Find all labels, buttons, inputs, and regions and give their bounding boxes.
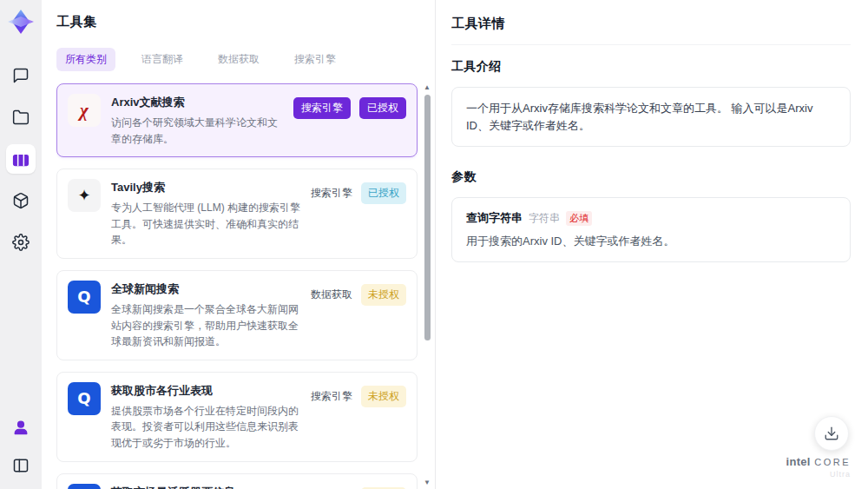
detail-panel-title: 工具详情 (451, 16, 851, 32)
tavily-star-icon: ✦ (68, 179, 101, 212)
brand-ultra: Ultra (786, 470, 851, 479)
auth-status-badge: 已授权 (359, 97, 406, 119)
app-window: 工具集 所有类别 语言翻译 数据获取 搜索引擎 χ Arxiv文献搜索 访问各个… (0, 0, 868, 489)
chat-icon (12, 67, 30, 84)
brand-core: CORE (814, 457, 851, 467)
tool-description: 提供股票市场各个行业在特定时间段内的表现。投资者可以利用这些信息来识别表现优于或… (111, 403, 300, 452)
brand-intel: intel (786, 455, 811, 468)
tool-title: Tavily搜索 (111, 180, 300, 195)
nav-models-button[interactable] (6, 186, 36, 215)
page-title: 工具集 (56, 14, 435, 30)
auth-status-badge: 未授权 (361, 284, 406, 306)
tab-data-acquisition[interactable]: 数据获取 (209, 48, 268, 71)
auth-status-badge: 未授权 (361, 386, 406, 407)
download-icon (824, 426, 839, 441)
nav-settings-button[interactable] (6, 228, 36, 257)
tool-title: Arxiv文献搜索 (111, 95, 283, 110)
active-stock-q-icon: Q (68, 484, 101, 489)
param-name: 查询字符串 (466, 210, 523, 226)
nav-toolbox-button[interactable] (6, 144, 36, 174)
stock-sector-q-icon: Q (68, 382, 101, 415)
tool-cards-region: χ Arxiv文献搜索 访问各个研究领域大量科学论文和文章的存储库。 搜索引擎 … (56, 83, 435, 489)
icon-rail (0, 0, 42, 489)
tool-card-stock-sector[interactable]: Q 获取股市各行业表现 提供股票市场各个行业在特定时间段内的表现。投资者可以利用… (56, 372, 418, 462)
briefcase-icon (12, 150, 30, 168)
param-required-badge: 必填 (566, 211, 592, 226)
category-label: 搜索引擎 (311, 386, 352, 407)
auth-status-badge: 已授权 (361, 182, 406, 204)
tool-card-tavily[interactable]: ✦ Tavily搜索 专为人工智能代理 (LLM) 构建的搜索引擎工具。可快速提… (56, 169, 418, 259)
intel-core-logo: intel CORE Ultra (786, 453, 851, 479)
category-tabs: 所有类别 语言翻译 数据获取 搜索引擎 (56, 48, 435, 71)
download-button[interactable] (814, 416, 849, 451)
tool-description: 访问各个研究领域大量科学论文和文章的存储库。 (111, 115, 283, 147)
nav-chat-button[interactable] (6, 61, 36, 90)
category-label: 数据获取 (311, 284, 352, 306)
scroll-up-arrow[interactable]: ▲ (423, 83, 431, 92)
tool-card-arxiv[interactable]: χ Arxiv文献搜索 访问各个研究领域大量科学论文和文章的存储库。 搜索引擎 … (56, 83, 418, 157)
scrollbar-thumb[interactable] (424, 95, 431, 340)
folder-icon (12, 109, 30, 126)
tool-title: 全球新闻搜索 (111, 281, 300, 297)
tab-language-translation[interactable]: 语言翻译 (133, 48, 192, 71)
param-description: 用于搜索的Arxiv ID、关键字或作者姓名。 (466, 234, 836, 249)
tool-cards-list: χ Arxiv文献搜索 访问各个研究领域大量科学论文和文章的存储库。 搜索引擎 … (56, 83, 418, 489)
gear-icon (12, 234, 30, 251)
global-news-q-icon: Q (68, 281, 101, 314)
divider (451, 44, 851, 45)
app-logo[interactable] (6, 7, 36, 36)
rail-nav (6, 61, 36, 257)
tool-title: 获取股市各行业表现 (111, 383, 300, 399)
tool-description: 全球新闻搜索是一个聚合全球各大新闻网站内容的搜索引擎，帮助用户快速获取全球最新资… (111, 301, 300, 350)
user-icon (12, 419, 30, 436)
panel-layout-icon (12, 457, 30, 474)
params-section-heading: 参数 (451, 169, 851, 185)
rail-bottom (6, 413, 36, 480)
panel-toggle-button[interactable] (6, 451, 36, 480)
list-scrollbar[interactable]: ▲ ▼ (423, 83, 431, 487)
tool-intro-box: 一个用于从Arxiv存储库搜索科学论文和文章的工具。 输入可以是Arxiv ID… (451, 87, 851, 147)
tool-detail-panel: 工具详情 工具介绍 一个用于从Arxiv存储库搜索科学论文和文章的工具。 输入可… (436, 0, 868, 489)
scroll-down-arrow[interactable]: ▼ (423, 479, 431, 487)
logo-diamond-overlay (8, 17, 34, 27)
tool-description: 专为人工智能代理 (LLM) 构建的搜索引擎工具。可快速提供实时、准确和真实的结… (111, 200, 300, 248)
tool-title: 获取市场最活跃股票信息 (111, 485, 300, 489)
tool-card-active-stocks[interactable]: Q 获取市场最活跃股票信息 提供当天交易量最高的股票列表。投资者可以利用这些信息… (56, 473, 418, 489)
parameter-box: 查询字符串 字符串 必填 用于搜索的Arxiv ID、关键字或作者姓名。 (451, 197, 851, 262)
tab-all-categories[interactable]: 所有类别 (56, 48, 115, 71)
tool-list-panel: 工具集 所有类别 语言翻译 数据获取 搜索引擎 χ Arxiv文献搜索 访问各个… (42, 0, 436, 489)
cube-icon (12, 192, 30, 209)
category-badge: 搜索引擎 (293, 97, 351, 119)
intro-section-heading: 工具介绍 (451, 59, 851, 75)
user-account-button[interactable] (6, 413, 36, 442)
tab-search-engine[interactable]: 搜索引擎 (286, 48, 345, 71)
tool-card-global-news[interactable]: Q 全球新闻搜索 全球新闻搜索是一个聚合全球各大新闻网站内容的搜索引擎，帮助用户… (56, 270, 418, 360)
nav-folder-button[interactable] (6, 102, 36, 132)
category-label: 搜索引擎 (311, 182, 352, 204)
param-type: 字符串 (529, 211, 560, 226)
arxiv-logo-icon: χ (68, 94, 101, 127)
